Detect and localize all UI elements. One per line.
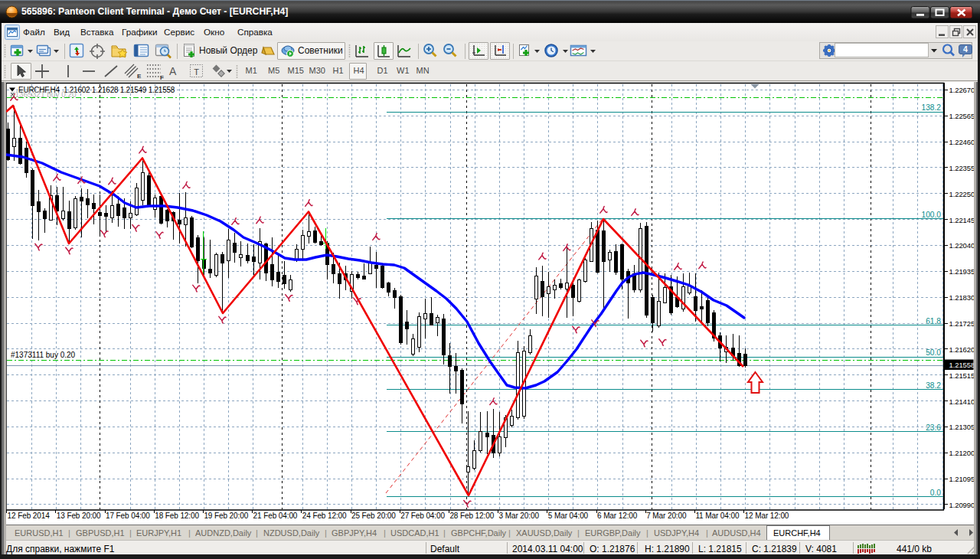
svg-text:1.21410: 1.21410: [949, 397, 975, 406]
svg-text:50.0: 50.0: [926, 348, 941, 357]
svg-text:1.20990: 1.20990: [949, 501, 975, 509]
svg-text:23.6: 23.6: [926, 423, 941, 432]
svg-text:1.21620: 1.21620: [949, 345, 975, 354]
svg-text:61.8: 61.8: [926, 317, 941, 325]
svg-text:17 Feb 04:00: 17 Feb 04:00: [106, 512, 150, 520]
svg-text:6 Mar 12:00: 6 Mar 12:00: [597, 512, 638, 520]
svg-text:1.21725: 1.21725: [949, 319, 975, 328]
svg-text:T: T: [194, 67, 199, 77]
svg-text:1.21200: 1.21200: [949, 449, 975, 457]
svg-text:1.22565: 1.22565: [949, 112, 975, 120]
svg-text:12 Feb 2014: 12 Feb 2014: [8, 512, 51, 520]
svg-text:1.22145: 1.22145: [949, 216, 975, 224]
svg-text:0.0: 0.0: [930, 489, 941, 497]
svg-text:138.2: 138.2: [922, 103, 942, 112]
svg-text:38.2: 38.2: [926, 381, 941, 390]
svg-text:1.22040: 1.22040: [949, 241, 975, 250]
svg-text:1.21095: 1.21095: [949, 475, 975, 483]
svg-text:3 Mar 20:00: 3 Mar 20:00: [499, 512, 540, 520]
svg-text:24 Feb 12:00: 24 Feb 12:00: [302, 512, 347, 520]
svg-text:19 Feb 20:00: 19 Feb 20:00: [204, 512, 248, 520]
svg-text:#1373111 buy 0.20: #1373111 buy 0.20: [11, 351, 76, 359]
svg-text:21 Feb 04:00: 21 Feb 04:00: [253, 512, 298, 520]
svg-text:5 Mar 04:00: 5 Mar 04:00: [548, 512, 589, 520]
svg-text:13 Feb 20:00: 13 Feb 20:00: [57, 512, 101, 520]
svg-text:1.22355: 1.22355: [949, 164, 975, 172]
svg-text:1.21305: 1.21305: [949, 423, 975, 431]
svg-text:27 Feb 04:00: 27 Feb 04:00: [400, 512, 445, 520]
svg-text:100.0: 100.0: [922, 211, 942, 219]
svg-text:E: E: [137, 73, 142, 80]
svg-text:1.21935: 1.21935: [949, 267, 975, 276]
svg-text:1.22250: 1.22250: [949, 190, 975, 198]
svg-text:1.21558: 1.21558: [949, 361, 975, 369]
svg-text:1.22670: 1.22670: [949, 86, 975, 94]
svg-text:12 Mar 12:00: 12 Mar 12:00: [745, 512, 789, 520]
svg-text:28 Feb 12:00: 28 Feb 12:00: [449, 512, 494, 520]
svg-text:#1365321 buy 0.20: #1365321 buy 0.20: [11, 90, 77, 99]
svg-text:11 Mar 04:00: 11 Mar 04:00: [695, 512, 740, 520]
svg-text:1.22460: 1.22460: [949, 138, 975, 146]
svg-text:18 Feb 12:00: 18 Feb 12:00: [155, 512, 199, 520]
svg-text:4: 4: [963, 44, 968, 54]
svg-text:1.21515: 1.21515: [949, 371, 975, 380]
svg-text:25 Feb 20:00: 25 Feb 20:00: [351, 512, 396, 520]
svg-text:1.21830: 1.21830: [949, 293, 975, 302]
svg-text:7 Mar 20:00: 7 Mar 20:00: [646, 512, 687, 520]
